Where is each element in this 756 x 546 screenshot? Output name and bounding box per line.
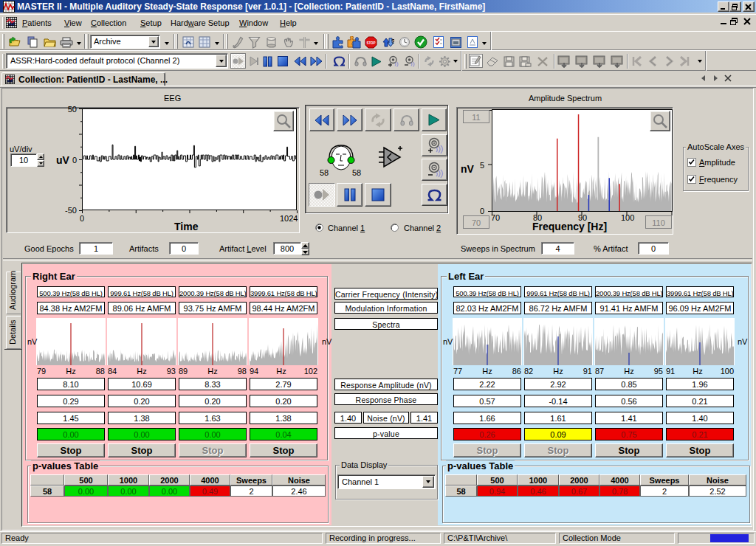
svg-text:STOP: STOP bbox=[366, 41, 375, 44]
svg-text:?: ? bbox=[391, 38, 394, 45]
